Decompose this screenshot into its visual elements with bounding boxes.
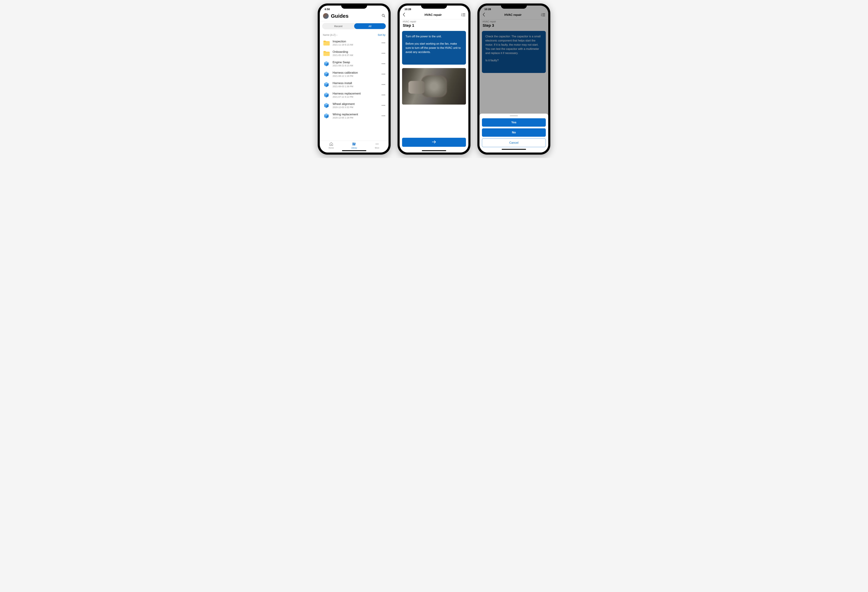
sort-row: Name (A-Z) ↓ Sort by [320,31,388,38]
library-icon [352,142,356,147]
back-button[interactable] [403,13,405,17]
item-title: Onboarding [333,50,379,54]
more-icon[interactable]: ••• [382,83,385,86]
step-image[interactable] [402,68,466,105]
avatar[interactable] [323,13,329,19]
home-indicator[interactable] [502,149,526,150]
list-item[interactable]: Wiring replacement2020-12-05 1:18 PM••• [320,111,388,121]
more-icon[interactable]: ••• [382,73,385,76]
row-text: Inspection2021-11-19 6:13 AM [333,40,379,46]
phone-step3: 10:28 HVAC repair 123 HVAC repair Step 3… [477,3,550,155]
list-item[interactable]: Inspection2021-11-19 6:13 AM••• [320,38,388,48]
instruction-line: Before you start working on the fan, mak… [406,42,462,54]
more-icon[interactable]: ••• [382,104,385,107]
item-date: 2021-05-19 6:37 AM [333,54,379,56]
more-icon[interactable]: ••• [382,93,385,97]
home-icon [329,142,333,147]
row-text: Wiring replacement2020-12-05 1:18 PM [333,113,379,119]
status-time: 10:28 [404,7,411,10]
guide-icon [323,60,330,67]
more-icon[interactable]: ••• [382,41,385,45]
status-bar: 10:28 [400,6,468,11]
guide-icon [323,102,330,109]
search-icon[interactable] [382,14,385,18]
instruction-line: Turn off the power to the unit. [406,34,462,38]
row-text: Harness install2021-08-03 1:38 PM [333,81,379,88]
item-date: 2021-11-19 6:13 AM [333,43,379,46]
step-label: Step 1 [403,23,465,28]
folder-icon [323,40,330,46]
sort-by-button[interactable]: Sort by [378,34,385,36]
item-title: Harness install [333,81,379,85]
item-title: Inspection [333,40,379,43]
item-title: Harness calibration [333,71,379,74]
list-item[interactable]: Harness install2021-08-03 1:38 PM••• [320,79,388,90]
divider [320,21,388,21]
row-text: Wheel alignment2020-12-03 3:32 PM [333,102,379,108]
breadcrumb: HVAC repair [403,20,465,23]
item-date: 2020-12-05 1:18 PM [333,116,379,119]
home-indicator[interactable] [342,150,366,151]
list-item[interactable]: Wheel alignment2020-12-03 3:32 PM••• [320,100,388,111]
svg-point-13 [377,144,377,144]
svg-line-8 [384,16,385,17]
guides-list[interactable]: Inspection2021-11-19 6:13 AM•••Onboardin… [320,38,388,141]
item-date: 2021-07-12 4:12 PM [333,96,379,98]
item-date: 2021-08-12 1:18 PM [333,75,379,77]
item-date: 2021-09-21 6:13 AM [333,64,379,67]
svg-rect-9 [353,143,353,145]
more-icon[interactable]: ••• [382,114,385,118]
list-item[interactable]: Harness replacement2021-07-12 4:12 PM••• [320,90,388,100]
list-item[interactable]: Onboarding2021-05-19 6:37 AM••• [320,48,388,59]
tab-more[interactable]: More [366,142,388,149]
row-text: Harness replacement2021-07-12 4:12 PM [333,92,379,98]
item-title: Wiring replacement [333,113,379,116]
guide-icon [323,81,330,88]
more-icon[interactable]: ••• [382,62,385,66]
folder-icon [323,50,330,57]
item-date: 2021-08-03 1:38 PM [333,85,379,88]
guide-icon [323,92,330,99]
home-indicator[interactable] [422,150,446,151]
page-header: Guides [320,11,388,21]
sheet-handle[interactable] [510,115,518,116]
item-title: Harness replacement [333,92,379,95]
yes-button[interactable]: Yes [482,118,546,127]
sort-label[interactable]: Name (A-Z) ↓ [323,34,338,36]
step-header-title: HVAC repair [425,13,442,17]
list-item[interactable]: Engine Swap2021-09-21 6:13 AM••• [320,59,388,69]
row-text: Engine Swap2021-09-21 6:13 AM [333,61,379,67]
svg-text:3: 3 [461,15,462,16]
status-time: 6:50 [325,7,330,10]
action-sheet: Yes No Cancel [480,114,548,152]
svg-point-12 [376,144,376,144]
item-date: 2020-12-03 3:32 PM [333,106,379,108]
list-item[interactable]: Harness calibration2021-08-12 1:18 PM••• [320,69,388,79]
row-text: Harness calibration2021-08-12 1:18 PM [333,71,379,77]
phone-library: 6:50 Guides Recent All Name (A-Z) ↓ Sort… [318,3,391,155]
arrow-down-icon: ↓ [336,34,338,36]
cancel-button[interactable]: Cancel [482,138,546,147]
more-icon[interactable]: ••• [382,52,385,55]
guide-icon [323,112,330,119]
guide-icon [323,71,330,78]
tab-recent[interactable]: Recent [323,23,354,29]
item-title: Engine Swap [333,61,379,64]
segmented-control: Recent All [322,23,386,30]
tab-home[interactable]: Home [320,142,343,149]
svg-rect-10 [354,143,354,145]
svg-point-14 [378,144,378,144]
no-button[interactable]: No [482,128,546,137]
next-button[interactable] [402,138,466,147]
page-title: Guides [331,13,379,19]
item-title: Wheel alignment [333,102,379,106]
tab-library[interactable]: Library [343,142,366,149]
phone-step1: 10:28 HVAC repair 123 HVAC repair Step 1… [397,3,471,155]
row-text: Onboarding2021-05-19 6:37 AM [333,50,379,56]
step-instruction-card: Turn off the power to the unit. Before y… [402,31,466,65]
status-bar: 6:50 [320,6,388,11]
step-meta: HVAC repair Step 1 [400,19,468,30]
tab-bar: Home Library More [320,141,388,149]
tab-all[interactable]: All [354,23,386,29]
toc-icon[interactable]: 123 [461,13,465,17]
